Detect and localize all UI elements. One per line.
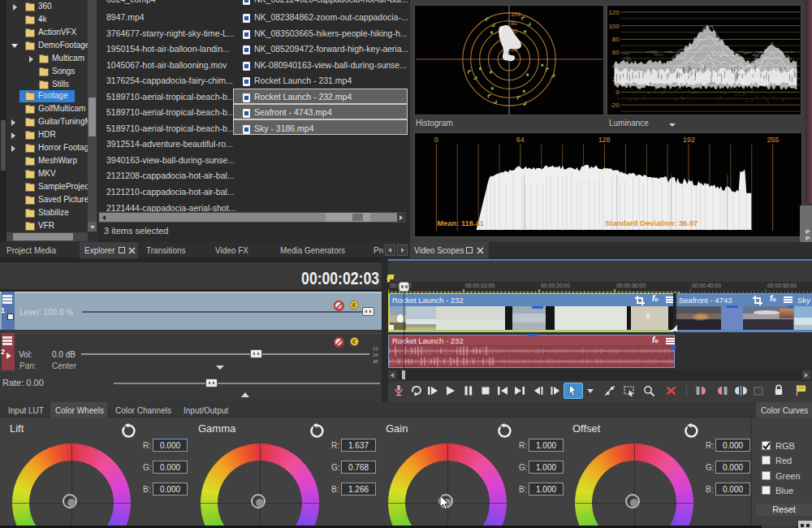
svg-text:Mean: 116.41: Mean: 116.41	[437, 219, 484, 227]
svg-text:00:00:40:00: 00:00:40:00	[692, 283, 721, 288]
svg-text:00:00:30:00: 00:00:30:00	[616, 283, 646, 288]
svg-text:192: 192	[683, 136, 695, 144]
svg-text:80: 80	[612, 36, 620, 43]
svg-text:255: 255	[767, 136, 779, 144]
svg-text:100: 100	[608, 23, 620, 30]
svg-text:0: 0	[434, 136, 438, 144]
svg-text:-20: -20	[610, 102, 620, 109]
svg-text:80: 80	[511, 19, 517, 27]
svg-text:60: 60	[612, 49, 620, 56]
svg-text:128: 128	[598, 136, 611, 144]
svg-text:00:00:10:00: 00:00:10:00	[465, 283, 495, 288]
svg-text:100: 100	[511, 11, 520, 18]
svg-text:120: 120	[608, 9, 620, 16]
svg-text:00:00:20:00: 00:00:20:00	[541, 283, 570, 288]
svg-text:Standard Deviation: 36.07: Standard Deviation: 36.07	[605, 219, 698, 227]
svg-text:00:00:50:00: 00:00:50:00	[767, 283, 797, 288]
svg-text:64: 64	[516, 136, 525, 144]
